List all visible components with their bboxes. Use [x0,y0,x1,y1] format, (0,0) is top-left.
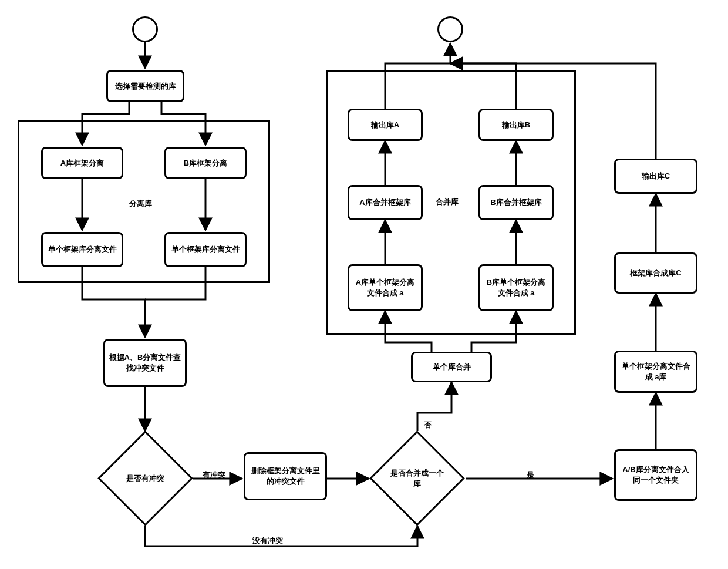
box-delete-conflicts: 删除框架分离文件里的冲突文件 [244,452,327,500]
box-single-merge: 单个库合并 [411,352,492,382]
container-merge-label: 合并库 [436,197,459,207]
box-output-b: 输出库B [478,109,554,141]
box-b-framework-split: B库框架分离 [164,147,247,179]
box-ab-folder: A/B库分离文件合入同一个文件夹 [614,449,697,501]
box-a-framework-split: A库框架分离 [41,147,123,179]
label-yes: 是 [525,470,535,480]
start-node [132,16,158,42]
box-single-a-comp: 单个框架分离文件合成 a库 [614,351,697,393]
box-b-single-file: 单个框架库分离文件 [164,232,247,267]
flowchart: 选择需要检测的库 分离库 A库框架分离 B库框架分离 单个框架库分离文件 单个框… [0,0,728,569]
container-split-label: 分离库 [129,198,152,209]
box-fw-c: 框架库合成库C [614,252,697,294]
box-output-a: 输出库A [348,109,423,141]
label-has-conflict: 有冲突 [201,470,227,480]
box-b-merge-fw: B库合并框架库 [478,185,554,220]
box-a-merge-fw: A库合并框架库 [348,185,423,220]
box-a-single-file: 单个框架库分离文件 [41,232,123,267]
box-output-c: 输出库C [614,159,697,194]
box-select-lib: 选择需要检测的库 [106,70,184,102]
box-find-conflict: 根据A、B分离文件查找冲突文件 [103,339,187,387]
label-no-conflict: 没有冲突 [251,536,284,546]
label-no: 否 [423,420,433,430]
box-a-comp: A库单个框架分离文件合成 a [348,264,423,311]
diamond-merge-one: 是否合并成一个库 [383,445,451,512]
box-b-comp: B库单个框架分离文件合成 a [478,264,554,311]
end-node [437,16,463,42]
diamond-has-conflict: 是否有冲突 [112,445,179,512]
